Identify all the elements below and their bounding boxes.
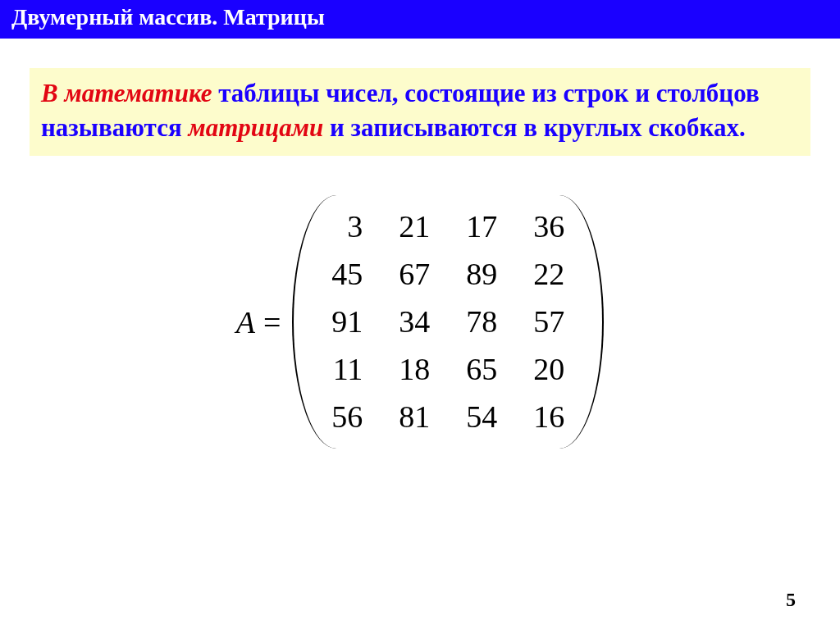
matrix-cell: 89 (448, 251, 515, 299)
matrix-cell: 54 (448, 394, 515, 441)
matrix-cell: 81 (381, 394, 448, 441)
page-number: 5 (786, 589, 796, 611)
matrix-cell: 67 (381, 251, 448, 299)
definition-text-2: и записываются в круглых скобках. (323, 113, 745, 142)
matrix-variable: A (236, 304, 255, 340)
matrix-cell: 3 (313, 203, 381, 251)
table-row: 56 81 54 16 (313, 394, 582, 441)
matrix-cell: 20 (515, 346, 582, 394)
matrix-equation: A = 3 21 17 36 45 67 89 22 91 34 (30, 195, 810, 449)
equals-sign: = (263, 304, 281, 340)
matrix-cell: 34 (381, 299, 448, 346)
slide-content: В математике таблицы чисел, состоящие из… (0, 39, 840, 449)
matrix-cell: 57 (515, 299, 582, 346)
matrix-cell: 22 (515, 251, 582, 299)
matrix-cell: 21 (381, 203, 448, 251)
table-row: 11 18 65 20 (313, 346, 582, 394)
slide-header: Двумерный массив. Матрицы (0, 0, 840, 39)
definition-emphasis-1: В математике (41, 79, 212, 107)
matrix-table: 3 21 17 36 45 67 89 22 91 34 78 57 (313, 203, 582, 440)
matrix-cell: 56 (313, 394, 381, 441)
matrix-cell: 16 (515, 394, 582, 441)
definition-box: В математике таблицы чисел, состоящие из… (30, 68, 810, 157)
matrix-cell: 45 (313, 251, 381, 299)
matrix-cell: 65 (448, 346, 515, 394)
matrix-cell: 78 (448, 299, 515, 346)
matrix-cell: 17 (448, 203, 515, 251)
matrix-cell: 91 (313, 299, 381, 346)
slide-title: Двумерный массив. Матрицы (11, 4, 325, 30)
table-row: 91 34 78 57 (313, 299, 582, 346)
table-row: 3 21 17 36 (313, 203, 582, 251)
definition-emphasis-2: матрицами (188, 113, 323, 142)
matrix-cell: 11 (313, 346, 381, 394)
matrix-body: 3 21 17 36 45 67 89 22 91 34 78 57 (292, 195, 604, 449)
matrix-cell: 18 (381, 346, 448, 394)
table-row: 45 67 89 22 (313, 251, 582, 299)
matrix-cell: 36 (515, 203, 582, 251)
